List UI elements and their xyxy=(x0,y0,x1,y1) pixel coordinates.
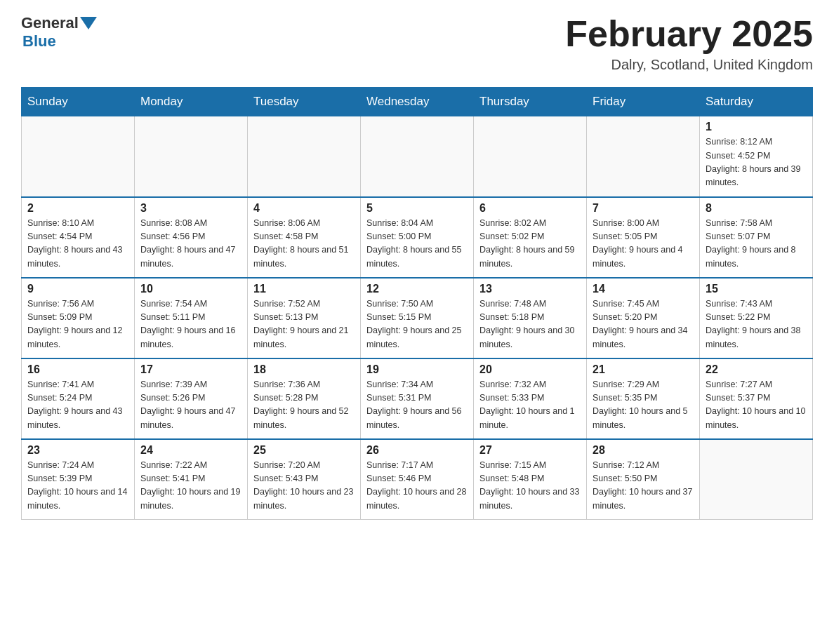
calendar-cell xyxy=(361,116,474,197)
calendar-cell: 23Sunrise: 7:24 AMSunset: 5:39 PMDayligh… xyxy=(22,439,135,520)
day-number: 2 xyxy=(27,202,128,215)
calendar-cell xyxy=(700,439,813,520)
day-info: Sunrise: 7:32 AMSunset: 5:33 PMDaylight:… xyxy=(479,378,581,433)
day-number: 4 xyxy=(253,202,355,215)
weekday-header-friday: Friday xyxy=(587,88,700,116)
day-number: 25 xyxy=(253,444,355,457)
logo-general-text: General xyxy=(21,14,79,32)
day-info: Sunrise: 7:20 AMSunset: 5:43 PMDaylight:… xyxy=(253,459,355,514)
day-number: 13 xyxy=(479,283,581,295)
weekday-header-monday: Monday xyxy=(135,88,248,116)
day-number: 24 xyxy=(140,444,241,457)
calendar-cell: 1Sunrise: 8:12 AMSunset: 4:52 PMDaylight… xyxy=(700,116,813,197)
day-info: Sunrise: 7:15 AMSunset: 5:48 PMDaylight:… xyxy=(479,459,581,514)
day-number: 27 xyxy=(479,444,581,457)
day-info: Sunrise: 7:17 AMSunset: 5:46 PMDaylight:… xyxy=(366,459,468,514)
weekday-header-saturday: Saturday xyxy=(700,88,813,116)
day-number: 12 xyxy=(366,283,468,295)
day-info: Sunrise: 7:41 AMSunset: 5:24 PMDaylight:… xyxy=(27,378,128,433)
day-number: 7 xyxy=(593,202,694,215)
day-number: 15 xyxy=(706,283,807,295)
day-info: Sunrise: 8:08 AMSunset: 4:56 PMDaylight:… xyxy=(140,217,241,271)
calendar-cell xyxy=(248,116,361,197)
day-info: Sunrise: 8:02 AMSunset: 5:02 PMDaylight:… xyxy=(479,217,581,271)
day-info: Sunrise: 7:50 AMSunset: 5:15 PMDaylight:… xyxy=(366,297,468,352)
day-info: Sunrise: 8:12 AMSunset: 4:52 PMDaylight:… xyxy=(706,135,807,190)
calendar-cell: 25Sunrise: 7:20 AMSunset: 5:43 PMDayligh… xyxy=(248,439,361,520)
location-text: Dalry, Scotland, United Kingdom xyxy=(565,57,813,73)
calendar-cell: 3Sunrise: 8:08 AMSunset: 4:56 PMDaylight… xyxy=(135,197,248,278)
calendar-cell: 6Sunrise: 8:02 AMSunset: 5:02 PMDaylight… xyxy=(474,197,587,278)
weekday-header-thursday: Thursday xyxy=(474,88,587,116)
page-header: General Blue February 2025 Dalry, Scotla… xyxy=(21,14,813,73)
weekday-header-row: SundayMondayTuesdayWednesdayThursdayFrid… xyxy=(22,88,813,116)
day-info: Sunrise: 7:43 AMSunset: 5:22 PMDaylight:… xyxy=(706,297,807,352)
day-info: Sunrise: 8:00 AMSunset: 5:05 PMDaylight:… xyxy=(593,217,694,271)
day-info: Sunrise: 7:24 AMSunset: 5:39 PMDaylight:… xyxy=(27,459,128,514)
logo: General Blue xyxy=(21,14,98,51)
day-number: 22 xyxy=(706,363,807,376)
day-number: 6 xyxy=(479,202,581,215)
day-number: 1 xyxy=(706,121,807,133)
day-number: 5 xyxy=(366,202,468,215)
day-number: 18 xyxy=(253,363,355,376)
calendar-cell: 22Sunrise: 7:27 AMSunset: 5:37 PMDayligh… xyxy=(700,358,813,439)
calendar-cell: 21Sunrise: 7:29 AMSunset: 5:35 PMDayligh… xyxy=(587,358,700,439)
calendar-cell: 24Sunrise: 7:22 AMSunset: 5:41 PMDayligh… xyxy=(135,439,248,520)
day-info: Sunrise: 8:04 AMSunset: 5:00 PMDaylight:… xyxy=(366,217,468,271)
day-number: 26 xyxy=(366,444,468,457)
calendar-week-row: 2Sunrise: 8:10 AMSunset: 4:54 PMDaylight… xyxy=(22,197,813,278)
calendar-week-row: 9Sunrise: 7:56 AMSunset: 5:09 PMDaylight… xyxy=(22,278,813,358)
logo-triangle-icon xyxy=(80,17,97,29)
calendar-cell: 9Sunrise: 7:56 AMSunset: 5:09 PMDaylight… xyxy=(22,278,135,358)
calendar-cell: 27Sunrise: 7:15 AMSunset: 5:48 PMDayligh… xyxy=(474,439,587,520)
day-number: 10 xyxy=(140,283,241,295)
calendar-table: SundayMondayTuesdayWednesdayThursdayFrid… xyxy=(21,87,813,520)
day-info: Sunrise: 7:39 AMSunset: 5:26 PMDaylight:… xyxy=(140,378,241,433)
calendar-cell: 26Sunrise: 7:17 AMSunset: 5:46 PMDayligh… xyxy=(361,439,474,520)
day-number: 8 xyxy=(706,202,807,215)
calendar-cell: 18Sunrise: 7:36 AMSunset: 5:28 PMDayligh… xyxy=(248,358,361,439)
calendar-cell: 16Sunrise: 7:41 AMSunset: 5:24 PMDayligh… xyxy=(22,358,135,439)
calendar-cell xyxy=(587,116,700,197)
day-number: 17 xyxy=(140,363,241,376)
day-info: Sunrise: 8:06 AMSunset: 4:58 PMDaylight:… xyxy=(253,217,355,271)
calendar-cell: 10Sunrise: 7:54 AMSunset: 5:11 PMDayligh… xyxy=(135,278,248,358)
day-info: Sunrise: 8:10 AMSunset: 4:54 PMDaylight:… xyxy=(27,217,128,271)
calendar-cell xyxy=(22,116,135,197)
calendar-cell: 17Sunrise: 7:39 AMSunset: 5:26 PMDayligh… xyxy=(135,358,248,439)
calendar-week-row: 1Sunrise: 8:12 AMSunset: 4:52 PMDaylight… xyxy=(22,116,813,197)
calendar-cell xyxy=(135,116,248,197)
day-number: 21 xyxy=(593,363,694,376)
day-number: 14 xyxy=(593,283,694,295)
day-info: Sunrise: 7:36 AMSunset: 5:28 PMDaylight:… xyxy=(253,378,355,433)
weekday-header-sunday: Sunday xyxy=(22,88,135,116)
day-info: Sunrise: 7:22 AMSunset: 5:41 PMDaylight:… xyxy=(140,459,241,514)
day-info: Sunrise: 7:54 AMSunset: 5:11 PMDaylight:… xyxy=(140,297,241,352)
calendar-cell: 11Sunrise: 7:52 AMSunset: 5:13 PMDayligh… xyxy=(248,278,361,358)
calendar-cell: 15Sunrise: 7:43 AMSunset: 5:22 PMDayligh… xyxy=(700,278,813,358)
day-number: 16 xyxy=(27,363,128,376)
day-info: Sunrise: 7:34 AMSunset: 5:31 PMDaylight:… xyxy=(366,378,468,433)
day-info: Sunrise: 7:48 AMSunset: 5:18 PMDaylight:… xyxy=(479,297,581,352)
day-number: 23 xyxy=(27,444,128,457)
day-number: 3 xyxy=(140,202,241,215)
calendar-cell xyxy=(474,116,587,197)
day-info: Sunrise: 7:29 AMSunset: 5:35 PMDaylight:… xyxy=(593,378,694,433)
calendar-cell: 19Sunrise: 7:34 AMSunset: 5:31 PMDayligh… xyxy=(361,358,474,439)
calendar-cell: 8Sunrise: 7:58 AMSunset: 5:07 PMDaylight… xyxy=(700,197,813,278)
day-info: Sunrise: 7:27 AMSunset: 5:37 PMDaylight:… xyxy=(706,378,807,433)
title-block: February 2025 Dalry, Scotland, United Ki… xyxy=(565,14,813,73)
calendar-cell: 13Sunrise: 7:48 AMSunset: 5:18 PMDayligh… xyxy=(474,278,587,358)
calendar-cell: 12Sunrise: 7:50 AMSunset: 5:15 PMDayligh… xyxy=(361,278,474,358)
day-info: Sunrise: 7:45 AMSunset: 5:20 PMDaylight:… xyxy=(593,297,694,352)
calendar-week-row: 23Sunrise: 7:24 AMSunset: 5:39 PMDayligh… xyxy=(22,439,813,520)
calendar-cell: 4Sunrise: 8:06 AMSunset: 4:58 PMDaylight… xyxy=(248,197,361,278)
calendar-cell: 2Sunrise: 8:10 AMSunset: 4:54 PMDaylight… xyxy=(22,197,135,278)
day-number: 9 xyxy=(27,283,128,295)
day-info: Sunrise: 7:58 AMSunset: 5:07 PMDaylight:… xyxy=(706,217,807,271)
day-number: 28 xyxy=(593,444,694,457)
calendar-cell: 28Sunrise: 7:12 AMSunset: 5:50 PMDayligh… xyxy=(587,439,700,520)
calendar-cell: 14Sunrise: 7:45 AMSunset: 5:20 PMDayligh… xyxy=(587,278,700,358)
calendar-cell: 7Sunrise: 8:00 AMSunset: 5:05 PMDaylight… xyxy=(587,197,700,278)
